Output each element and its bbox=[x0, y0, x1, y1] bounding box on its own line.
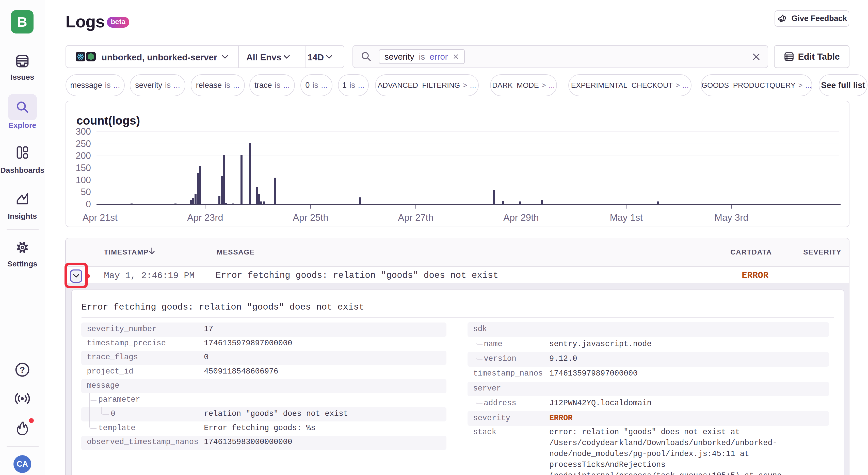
svg-text:?: ? bbox=[20, 365, 25, 375]
